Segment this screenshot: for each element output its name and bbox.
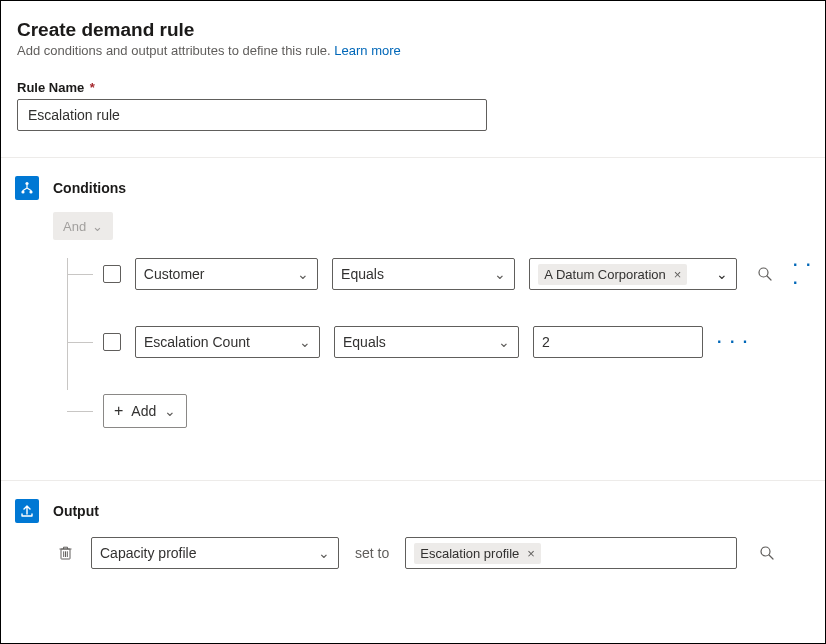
set-to-label: set to	[355, 545, 389, 561]
output-value-lookup[interactable]: Escalation profile ×	[405, 537, 737, 569]
output-attribute-select[interactable]: Capacity profile ⌄	[91, 537, 339, 569]
rule-name-label-text: Rule Name	[17, 80, 84, 95]
learn-more-link[interactable]: Learn more	[334, 43, 400, 58]
and-operator-chip[interactable]: And ⌄	[53, 212, 113, 240]
output-title: Output	[53, 503, 99, 519]
remove-tag-icon[interactable]: ×	[527, 546, 535, 561]
required-indicator: *	[90, 80, 95, 95]
lookup-tag-label: A Datum Corporation	[544, 267, 665, 282]
value-lookup[interactable]: A Datum Corporation × ⌄	[529, 258, 737, 290]
add-condition-button[interactable]: + Add ⌄	[103, 394, 187, 428]
operator-value: Equals	[341, 266, 384, 282]
remove-tag-icon[interactable]: ×	[674, 267, 682, 282]
operator-value: Equals	[343, 334, 386, 350]
condition-row: Escalation Count ⌄ Equals ⌄ · · ·	[67, 326, 825, 358]
chevron-down-icon: ⌄	[494, 266, 506, 282]
and-operator-label: And	[63, 219, 86, 234]
rule-name-label: Rule Name *	[17, 80, 809, 95]
value-input[interactable]	[542, 334, 694, 350]
subtitle-text: Add conditions and output attributes to …	[17, 43, 334, 58]
lookup-tag: Escalation profile ×	[414, 543, 541, 564]
chevron-down-icon: ⌄	[299, 334, 311, 350]
page-title: Create demand rule	[17, 19, 809, 41]
conditions-icon	[15, 176, 39, 200]
conditions-section-header: Conditions	[1, 158, 825, 200]
output-icon	[15, 499, 39, 523]
conditions-title: Conditions	[53, 180, 126, 196]
svg-line-7	[769, 555, 773, 559]
condition-row: Customer ⌄ Equals ⌄ A Datum Corporation …	[67, 258, 825, 290]
attribute-select[interactable]: Escalation Count ⌄	[135, 326, 320, 358]
attribute-value: Customer	[144, 266, 205, 282]
plus-icon: +	[114, 402, 123, 420]
chevron-down-icon: ⌄	[318, 545, 330, 561]
output-attribute-value: Capacity profile	[100, 545, 197, 561]
chevron-down-icon: ⌄	[498, 334, 510, 350]
row-checkbox[interactable]	[103, 333, 121, 351]
more-actions-button[interactable]: · · ·	[717, 333, 749, 351]
operator-select[interactable]: Equals ⌄	[334, 326, 519, 358]
chevron-down-icon: ⌄	[716, 266, 728, 282]
attribute-select[interactable]: Customer ⌄	[135, 258, 318, 290]
output-section-header: Output	[1, 481, 825, 523]
search-icon[interactable]	[753, 537, 781, 569]
add-condition-row: + Add ⌄	[67, 394, 825, 428]
row-checkbox[interactable]	[103, 265, 121, 283]
chevron-down-icon: ⌄	[92, 219, 103, 234]
attribute-value: Escalation Count	[144, 334, 250, 350]
chevron-down-icon: ⌄	[297, 266, 309, 282]
operator-select[interactable]: Equals ⌄	[332, 258, 515, 290]
more-actions-button[interactable]: · · ·	[793, 256, 825, 292]
lookup-tag: A Datum Corporation ×	[538, 264, 687, 285]
delete-output-button[interactable]	[55, 545, 75, 561]
lookup-tag-label: Escalation profile	[420, 546, 519, 561]
search-icon[interactable]	[751, 258, 779, 290]
chevron-down-icon: ⌄	[164, 403, 176, 419]
add-button-label: Add	[131, 403, 156, 419]
value-input-wrapper	[533, 326, 703, 358]
svg-line-4	[767, 276, 771, 280]
page-subtitle: Add conditions and output attributes to …	[17, 43, 809, 58]
rule-name-input[interactable]	[17, 99, 487, 131]
